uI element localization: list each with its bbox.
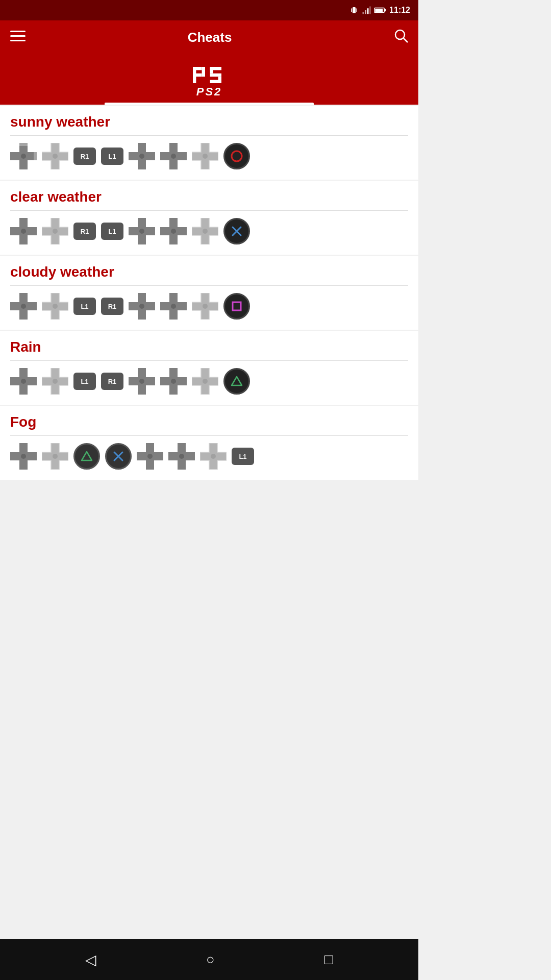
cheat-buttons-clear-weather: R1 L1	[10, 218, 408, 244]
cheat-divider	[10, 285, 408, 286]
svg-point-63	[53, 379, 58, 384]
dpad-icon	[160, 368, 187, 395]
svg-point-58	[203, 304, 208, 309]
svg-point-36	[232, 151, 242, 161]
cheat-title-sunny-weather: sunny weather	[10, 114, 408, 130]
svg-point-65	[139, 379, 144, 384]
l1-button: L1	[73, 373, 96, 390]
svg-rect-21	[210, 74, 221, 77]
home-button[interactable]: ○	[206, 951, 215, 968]
dpad-icon	[192, 368, 218, 395]
dpad-icon	[192, 218, 218, 244]
svg-rect-59	[233, 302, 241, 310]
dpad-icon	[10, 293, 37, 320]
svg-marker-70	[232, 377, 242, 385]
svg-point-56	[171, 304, 176, 309]
svg-point-35	[203, 154, 208, 159]
svg-rect-3	[363, 12, 364, 14]
dpad-icon	[42, 218, 68, 244]
dpad-icon	[160, 218, 187, 244]
svg-rect-11	[10, 35, 26, 37]
dpad-icon	[42, 443, 68, 470]
svg-line-14	[404, 38, 408, 42]
svg-point-38	[21, 229, 26, 234]
vibrate-icon	[349, 6, 359, 15]
svg-rect-9	[385, 9, 386, 12]
svg-point-29	[53, 154, 58, 159]
svg-rect-5	[367, 8, 369, 14]
nav-bar: ◁ ○ □	[0, 939, 418, 980]
svg-rect-8	[375, 9, 383, 12]
l1-button: L1	[101, 148, 123, 165]
circle-button	[223, 143, 250, 169]
square-icon	[231, 300, 243, 312]
menu-icon[interactable]	[10, 30, 26, 45]
dpad-icon	[10, 143, 37, 169]
svg-marker-25	[19, 143, 28, 146]
svg-point-31	[139, 154, 144, 159]
svg-point-44	[171, 229, 176, 234]
cross-icon	[112, 450, 125, 463]
dpad-icon	[200, 443, 227, 470]
svg-rect-0	[353, 7, 356, 13]
search-icon[interactable]	[394, 29, 408, 46]
cheat-buttons-fog: L1	[10, 443, 408, 470]
r1-button: R1	[101, 298, 123, 315]
cross-button	[223, 218, 250, 244]
dpad-icon	[129, 293, 155, 320]
cheat-title-cloudy-weather: cloudy weather	[10, 264, 408, 280]
cheat-title-rain: Rain	[10, 339, 408, 355]
svg-point-33	[171, 154, 176, 159]
circle-icon	[230, 149, 244, 163]
svg-rect-12	[10, 40, 26, 41]
svg-rect-10	[10, 31, 26, 32]
cheat-title-clear-weather: clear weather	[10, 189, 408, 205]
ps2-label: PS2	[196, 85, 222, 99]
dpad-icon	[160, 143, 187, 169]
cheat-divider	[10, 135, 408, 136]
svg-rect-20	[210, 67, 213, 74]
svg-rect-2	[357, 8, 358, 12]
cheat-divider	[10, 435, 408, 436]
dpad-icon	[129, 218, 155, 244]
triangle-button-fog	[73, 443, 100, 470]
back-button[interactable]: ◁	[85, 951, 96, 968]
svg-point-81	[179, 454, 184, 459]
cheat-item-clear-weather: clear weather R1 L1	[0, 181, 418, 255]
svg-point-79	[147, 454, 153, 459]
svg-point-52	[53, 304, 58, 309]
page-title: Cheats	[188, 30, 232, 45]
svg-point-50	[21, 304, 26, 309]
svg-point-61	[21, 379, 26, 384]
cheat-title-fog: Fog	[10, 414, 408, 430]
dpad-icon	[160, 293, 187, 320]
square-button	[223, 293, 250, 320]
cheat-buttons-cloudy-weather: L1 R1	[10, 293, 408, 320]
recent-button[interactable]: □	[324, 951, 333, 968]
svg-marker-75	[82, 452, 92, 460]
triangle-icon	[80, 449, 94, 463]
cross-button-fog	[105, 443, 132, 470]
status-time: 11:12	[389, 6, 410, 15]
svg-point-40	[53, 229, 58, 234]
cheat-item-cloudy-weather: cloudy weather L1 R1	[0, 256, 418, 330]
ps2-logo: PS2	[189, 60, 230, 99]
dpad-icon	[42, 368, 68, 395]
dpad-icon	[42, 293, 68, 320]
cross-icon	[230, 225, 243, 238]
dpad-icon	[10, 218, 37, 244]
svg-rect-17	[193, 74, 202, 77]
cheat-list: sunny weather R1 L1	[0, 105, 418, 939]
cheat-item-rain: Rain L1 R1	[0, 331, 418, 405]
battery-icon	[374, 6, 386, 15]
cheat-item-sunny-weather: sunny weather R1 L1	[0, 106, 418, 180]
dpad-icon	[192, 143, 218, 169]
svg-rect-23	[210, 80, 221, 83]
status-icons: 11:12	[349, 6, 410, 15]
l1-button: L1	[101, 223, 123, 240]
l1-button: L1	[73, 298, 96, 315]
svg-rect-1	[351, 8, 352, 12]
svg-point-46	[203, 229, 208, 234]
l1-button-fog: L1	[232, 448, 254, 465]
svg-point-74	[53, 454, 58, 459]
